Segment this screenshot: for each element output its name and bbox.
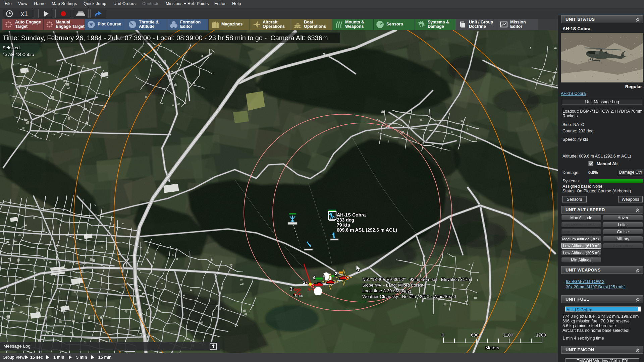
svg-text:609.6 m ASL (292.6 m AGL): 609.6 m ASL (292.6 m AGL): [337, 227, 397, 233]
svg-text:1100: 1100: [503, 333, 513, 338]
svg-text:3: 3: [303, 280, 306, 285]
svg-text:233 deg: 233 deg: [337, 217, 354, 223]
svg-text:Local time 8:39 AM (Day): Local time 8:39 AM (Day): [362, 288, 411, 293]
svg-text:Slope 4% - Land: Mixed Forest: Slope 4% - Land: Mixed Forest: [362, 283, 423, 288]
svg-text:79 kts: 79 kts: [337, 222, 350, 228]
svg-text:600: 600: [471, 333, 479, 338]
svg-text:0: 0: [442, 333, 444, 338]
svg-text:1700: 1700: [536, 333, 546, 338]
svg-text:2: 2: [335, 271, 337, 276]
svg-text:4: 4: [313, 275, 316, 280]
svg-text:AH-1S Cobra: AH-1S Cobra: [337, 212, 366, 218]
svg-text:Meters: Meters: [485, 345, 499, 350]
svg-text:x1: x1: [21, 10, 28, 17]
svg-text:3: 3: [290, 286, 292, 292]
svg-text:Weather Clear sky - No rain -: Weather Clear sky - No rain - 25°C - Win…: [362, 294, 456, 299]
svg-text:8 sec: 8 sec: [295, 294, 303, 298]
svg-text:N51°18'40", E9°36'52" - 934m f: N51°18'40", E9°36'52" - 934m from sel - …: [362, 277, 471, 282]
